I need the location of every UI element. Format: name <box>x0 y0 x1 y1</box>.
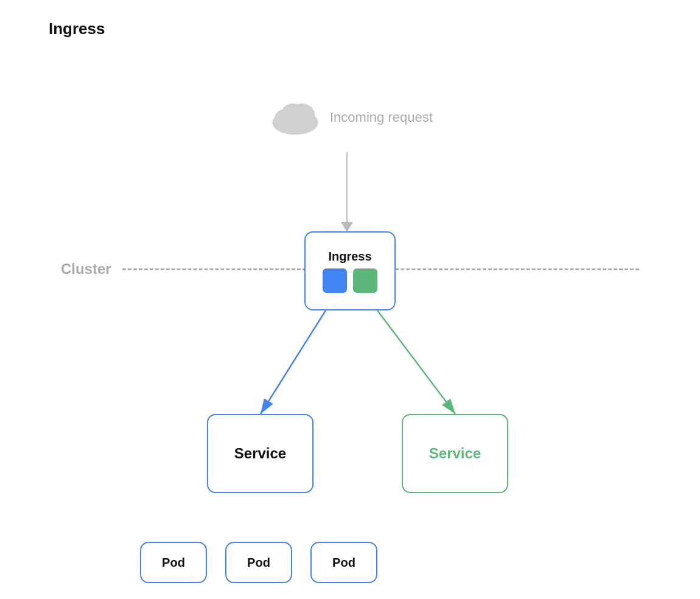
service-box-green: Service <box>402 414 508 493</box>
ingress-box-label: Ingress <box>328 250 371 264</box>
service-blue-label: Service <box>234 445 286 462</box>
service-box-blue: Service <box>207 414 313 493</box>
cloud-group: Incoming request <box>268 97 433 137</box>
cloud-label: Incoming request <box>330 110 433 125</box>
ingress-icons <box>323 268 377 293</box>
pod-box-1: Pod <box>140 542 207 583</box>
cloud-icon <box>268 97 323 137</box>
pod-label-1: Pod <box>162 556 185 570</box>
pod-label-3: Pod <box>332 556 355 570</box>
svg-line-7 <box>377 310 455 414</box>
pod-label-2: Pod <box>247 556 270 570</box>
pod-box-2: Pod <box>225 542 292 583</box>
ingress-icon-blue <box>323 268 347 293</box>
ingress-box: Ingress <box>304 231 396 310</box>
svg-line-6 <box>261 310 326 414</box>
diagram: Incoming request Cluster Ingress <box>0 49 700 597</box>
ingress-icon-green <box>353 268 377 293</box>
cloud-arrow <box>346 152 348 231</box>
pod-box-3: Pod <box>310 542 377 583</box>
cluster-label: Cluster <box>61 261 111 278</box>
svg-point-3 <box>282 103 304 123</box>
page-title: Ingress <box>49 19 105 38</box>
service-green-label: Service <box>429 445 481 462</box>
